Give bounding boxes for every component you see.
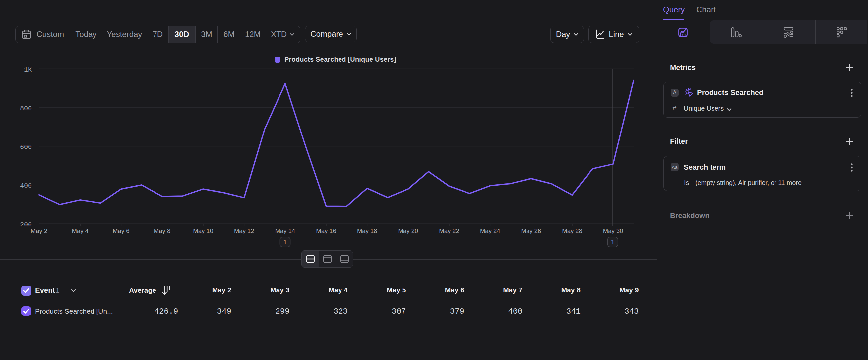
svg-text:May 24: May 24 <box>480 227 500 234</box>
svg-text:1K: 1K <box>24 66 32 74</box>
svg-text:May 6: May 6 <box>113 227 129 234</box>
svg-text:May 22: May 22 <box>439 227 459 234</box>
svg-text:May 16: May 16 <box>316 227 336 234</box>
svg-text:600: 600 <box>20 143 32 151</box>
svg-text:May 12: May 12 <box>234 227 254 234</box>
svg-text:400: 400 <box>20 182 32 190</box>
svg-text:May 26: May 26 <box>521 227 541 234</box>
svg-text:May 14: May 14 <box>275 227 296 234</box>
svg-text:May 2: May 2 <box>31 227 48 234</box>
svg-text:1: 1 <box>283 239 287 246</box>
svg-text:May 4: May 4 <box>72 227 89 234</box>
svg-text:800: 800 <box>20 105 32 112</box>
svg-text:May 8: May 8 <box>154 227 170 234</box>
svg-text:1: 1 <box>611 239 615 246</box>
svg-text:May 28: May 28 <box>562 227 582 234</box>
svg-text:May 30: May 30 <box>603 227 623 234</box>
svg-text:May 20: May 20 <box>398 227 418 234</box>
svg-text:May 18: May 18 <box>357 227 377 234</box>
svg-text:May 10: May 10 <box>193 227 213 234</box>
svg-text:200: 200 <box>20 221 32 228</box>
